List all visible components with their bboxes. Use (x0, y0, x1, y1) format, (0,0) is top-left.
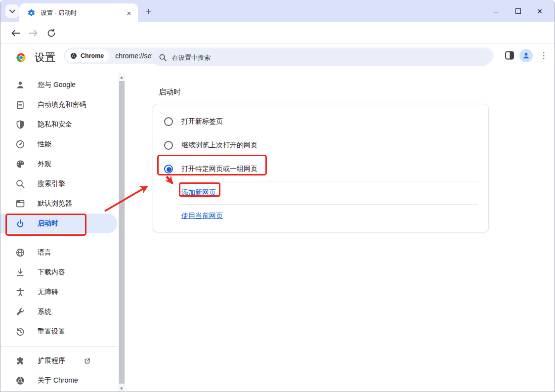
reload-button[interactable] (44, 26, 58, 40)
option-open-specific-pages[interactable]: 打开特定网页或一组网页 (153, 157, 488, 181)
page-title: 设置 (35, 50, 55, 64)
sidebar-item-privacy[interactable]: 隐私和安全 (0, 115, 118, 134)
option-continue-previous[interactable]: 继续浏览上次打开的网页 (153, 133, 488, 157)
settings-brand: 设置 (14, 50, 55, 64)
sidebar-item-label: 扩展程序 (38, 356, 65, 365)
forward-arrow-icon (29, 30, 38, 37)
radio-unchecked-icon[interactable] (164, 141, 173, 150)
search-icon (15, 179, 25, 189)
sidebar-item-autofill[interactable]: 自动填充和密码 (0, 95, 118, 115)
sidebar-item-label: 自动填充和密码 (38, 100, 86, 109)
new-tab-button[interactable]: + (142, 5, 155, 18)
chrome-mono-icon (70, 52, 78, 60)
shield-icon (15, 120, 25, 130)
browser-menu-button[interactable]: ⋮ (538, 49, 550, 61)
section-title: 启动时 (159, 87, 181, 97)
active-tab[interactable]: 设置 - 启动时 × (19, 3, 138, 22)
add-new-page-row: 添加新网页 (153, 181, 488, 204)
back-button[interactable] (8, 26, 22, 40)
sidebar-item-downloads[interactable]: 下载内容 (0, 262, 118, 282)
option-open-new-tab[interactable]: 打开新标签页 (153, 110, 488, 133)
tab-search-button[interactable] (5, 4, 19, 18)
settings-gear-icon (27, 9, 36, 17)
reload-icon (47, 29, 56, 38)
sidebar-item-you-and-google[interactable]: 您与 Google (0, 75, 118, 95)
maximize-icon (515, 8, 521, 14)
radio-unchecked-icon[interactable] (164, 117, 173, 126)
scroll-down-icon[interactable]: ▼ (118, 385, 125, 392)
minimize-button[interactable]: – (485, 3, 507, 19)
sidebar-item-on-startup[interactable]: 启动时 (0, 214, 117, 233)
maximize-button[interactable] (507, 3, 529, 19)
browser-icon (15, 199, 25, 209)
speedometer-icon (15, 139, 25, 149)
sidebar-item-appearance[interactable]: 外观 (0, 154, 118, 174)
site-chip[interactable]: Chrome (66, 49, 109, 62)
startup-options-card: 打开新标签页 继续浏览上次打开的网页 打开特定网页或一组网页 添加新网页 使用当… (153, 104, 489, 232)
sidebar-scrollbar[interactable]: ▲ ▼ (118, 73, 125, 392)
option-label: 打开新标签页 (181, 117, 223, 126)
person-icon (15, 80, 25, 90)
sidebar-item-label: 无障碍 (38, 288, 58, 297)
globe-icon (15, 248, 25, 258)
sidebar-item-system[interactable]: 系统 (0, 302, 118, 322)
tab-strip: 设置 - 启动时 × + – × (0, 0, 555, 22)
wrench-icon (15, 307, 25, 317)
chrome-logo-icon (14, 51, 28, 64)
option-label: 打开特定网页或一组网页 (181, 165, 257, 174)
reset-icon (15, 327, 25, 337)
sidebar-item-search-engine[interactable]: 搜索引擎 (0, 174, 118, 194)
browser-window: 设置 - 启动时 × + – × (0, 0, 555, 392)
window-controls: – × (485, 0, 551, 22)
sidebar-item-label: 重置设置 (38, 327, 65, 336)
search-icon (159, 54, 167, 61)
scrollbar-thumb[interactable] (119, 81, 125, 384)
close-window-button[interactable]: × (529, 3, 551, 19)
sidebar-divider (0, 346, 118, 347)
scroll-up-icon[interactable]: ▲ (118, 73, 125, 81)
sidebar-item-extensions[interactable]: 扩展程序 (0, 351, 118, 371)
sidebar-item-label: 您与 Google (38, 81, 76, 89)
puzzle-icon (15, 356, 25, 366)
sidebar-item-performance[interactable]: 性能 (0, 134, 118, 154)
forward-button[interactable] (26, 26, 40, 40)
sidebar-item-reset[interactable]: 重置设置 (0, 322, 118, 342)
use-current-pages-link[interactable]: 使用当前网页 (181, 212, 223, 220)
search-placeholder: 在设置中搜索 (172, 53, 211, 62)
profile-person-icon (522, 51, 530, 60)
chevron-down-icon (9, 9, 15, 13)
settings-search-input[interactable]: 在设置中搜索 (151, 49, 491, 66)
toolbar-right-group: ⋮ (505, 47, 550, 64)
side-panel-icon (505, 50, 514, 60)
power-icon (15, 218, 25, 228)
sidebar-item-label: 启动时 (38, 219, 58, 228)
autofill-icon (15, 100, 25, 110)
sidebar-item-default-browser[interactable]: 默认浏览器 (0, 194, 118, 214)
sidebar-item-about-chrome[interactable]: 关于 Chrome (0, 371, 118, 391)
sidebar-item-label: 系统 (38, 307, 51, 316)
sidebar-item-label: 下载内容 (38, 268, 65, 277)
sidebar-item-label: 外观 (38, 160, 51, 169)
sidebar-item-accessibility[interactable]: 无障碍 (0, 282, 118, 302)
settings-sidebar: 您与 Google 自动填充和密码 隐私和安全 性能 外观 (0, 75, 118, 391)
accessibility-icon (15, 287, 25, 297)
site-chip-label: Chrome (81, 52, 104, 59)
sidebar-item-label: 语言 (38, 248, 51, 257)
sidebar-item-label: 搜索引擎 (38, 179, 65, 188)
browser-toolbar: Chrome chrome://settings/onStartup ☆ ⋮ (0, 22, 555, 44)
sidebar-item-label: 关于 Chrome (38, 376, 78, 385)
side-panel-button[interactable] (505, 50, 514, 60)
palette-icon (15, 159, 25, 169)
sidebar-item-label: 性能 (38, 140, 51, 149)
add-new-page-link[interactable]: 添加新网页 (181, 188, 216, 197)
option-label: 继续浏览上次打开的网页 (181, 141, 257, 150)
sidebar-item-languages[interactable]: 语言 (0, 243, 118, 262)
download-icon (15, 267, 25, 277)
tab-close-icon[interactable]: × (124, 8, 134, 18)
use-current-pages-row: 使用当前网页 (153, 205, 488, 227)
sidebar-divider (0, 238, 118, 238)
tab-title: 设置 - 启动时 (41, 9, 124, 17)
profile-avatar[interactable] (519, 49, 533, 62)
radio-checked-icon[interactable] (164, 165, 173, 174)
external-link-icon (84, 357, 91, 365)
